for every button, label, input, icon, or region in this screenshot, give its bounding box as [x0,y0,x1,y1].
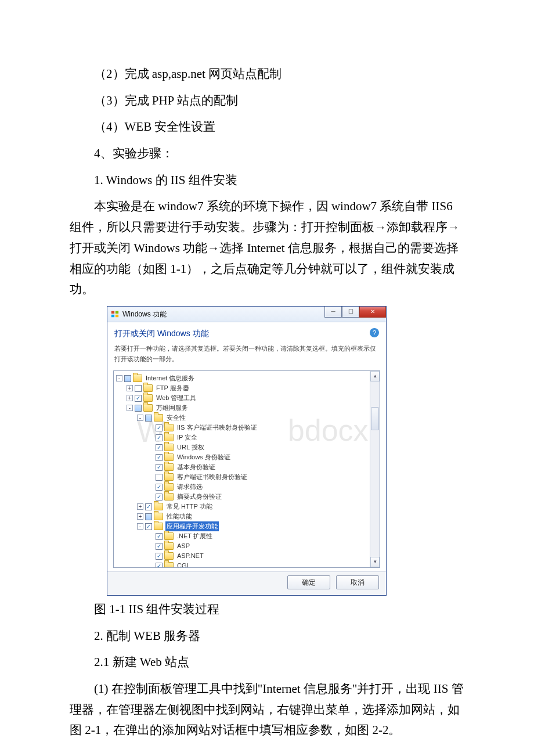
tree-node[interactable]: +常见 HTTP 功能 [115,502,378,512]
tree-node-label[interactable]: IIS 客户端证书映射身份验证 [176,423,258,433]
tree-node-label[interactable]: Web 管理工具 [155,393,197,403]
checkbox[interactable] [145,415,152,422]
tree-node[interactable]: -应用程序开发功能 [115,521,378,531]
folder-icon [164,463,174,471]
checkbox[interactable] [135,385,142,392]
tree-node[interactable]: ASP [115,541,378,551]
folder-icon [154,414,163,422]
tree-node[interactable]: +性能功能 [115,512,378,521]
scroll-thumb[interactable] [371,407,379,430]
tree-node[interactable]: CGI [115,561,378,568]
checkbox[interactable] [156,454,163,461]
paragraph: 4、实验步骤： [70,143,464,164]
expand-icon[interactable]: - [127,405,133,411]
checkbox[interactable] [156,563,163,568]
tree-node-label[interactable]: 请求筛选 [176,482,204,492]
tree-node-label[interactable]: 常见 HTTP 功能 [165,502,214,512]
tree-node-label[interactable]: 性能功能 [165,512,193,521]
tree-node-label[interactable]: 客户端证书映射身份验证 [176,472,248,482]
tree-node[interactable]: .NET 扩展性 [115,531,378,541]
tree-node-label[interactable]: ASP.NET [176,551,205,561]
checkbox[interactable] [156,474,163,481]
tree-node[interactable]: -Internet 信息服务 [115,373,378,383]
checkbox[interactable] [156,494,163,501]
paragraph: (1) 在控制面板管理工具中找到"Internet 信息服务"并打开，出现 II… [70,679,464,741]
svg-rect-3 [116,315,118,317]
checkbox[interactable] [156,434,163,441]
help-icon[interactable]: ? [370,328,379,337]
tree-node[interactable]: 客户端证书映射身份验证 [115,472,378,482]
tree-node[interactable]: IIS 客户端证书映射身份验证 [115,423,378,433]
tree-node[interactable]: URL 授权 [115,442,378,452]
scroll-up-icon[interactable]: ▴ [370,371,380,381]
dialog-titlebar[interactable]: Windows 功能 ─ ☐ ✕ [107,307,386,322]
tree-node-label[interactable]: 基本身份验证 [176,462,217,472]
paragraph: （3）完成 PHP 站点的配制 [70,91,464,111]
expand-icon[interactable]: + [137,513,143,520]
tree-node[interactable]: -安全性 [115,413,378,423]
checkbox[interactable] [156,484,163,491]
cancel-button[interactable]: 取消 [336,575,379,589]
tree-node-label[interactable]: Windows 身份验证 [176,452,232,462]
checkbox[interactable] [135,405,142,412]
folder-icon [143,404,153,412]
expand-icon[interactable]: + [127,385,133,391]
folder-icon [164,424,174,431]
tree-node-label[interactable]: CGI [176,561,190,568]
tree-node[interactable]: 摘要式身份验证 [115,492,378,502]
checkbox[interactable] [145,523,152,530]
tree-node-label[interactable]: URL 授权 [176,442,205,452]
paragraph: 本实验是在 window7 系统的环境下操作，因 window7 系统自带 II… [70,196,464,300]
scrollbar[interactable]: ▴ ▾ [370,371,380,567]
expand-icon[interactable]: - [137,415,143,421]
maximize-button[interactable]: ☐ [342,307,359,318]
tree-node-label[interactable]: Internet 信息服务 [145,373,196,383]
expand-icon [147,543,154,549]
ok-button[interactable]: 确定 [287,575,330,589]
tree-node-label[interactable]: IP 安全 [176,433,199,442]
expand-icon [147,533,154,539]
expand-icon[interactable]: - [137,523,143,530]
dialog-header: ? 打开或关闭 Windows 功能 若要打开一种功能，请选择其复选框。若要关闭… [107,322,386,368]
folder-icon [143,384,153,392]
tree-node[interactable]: 基本身份验证 [115,462,378,472]
checkbox[interactable] [135,395,142,402]
checkbox[interactable] [124,375,131,382]
checkbox[interactable] [145,503,152,510]
tree-node[interactable]: +Web 管理工具 [115,393,378,403]
tree-node[interactable]: +FTP 服务器 [115,383,378,393]
expand-icon[interactable]: + [127,395,133,401]
checkbox[interactable] [156,444,163,451]
checkbox[interactable] [156,533,163,540]
tree-node-label[interactable]: 摘要式身份验证 [176,492,223,502]
tree-node[interactable]: Windows 身份验证 [115,452,378,462]
checkbox[interactable] [156,424,163,431]
dialog-button-row: 确定 取消 [107,571,386,595]
tree-node[interactable]: 请求筛选 [115,482,378,492]
checkbox[interactable] [156,464,163,471]
tree-node-label[interactable]: 万维网服务 [155,403,189,413]
tree-node-label[interactable]: ASP [176,541,191,551]
tree-node[interactable]: -万维网服务 [115,403,378,413]
expand-icon [147,434,154,441]
expand-icon [147,484,154,490]
scroll-down-icon[interactable]: ▾ [370,557,380,567]
folder-icon [164,434,174,441]
tree-node[interactable]: IP 安全 [115,433,378,442]
tree-node-label[interactable]: FTP 服务器 [155,383,190,393]
checkbox[interactable] [156,543,163,550]
features-tree[interactable]: W bdocx.co -Internet 信息服务+FTP 服务器+Web 管理… [113,370,380,568]
tree-node-label[interactable]: 安全性 [165,413,187,423]
tree-node[interactable]: ASP.NET [115,551,378,561]
folder-icon [154,503,163,510]
checkbox[interactable] [145,513,152,520]
svg-rect-2 [111,315,114,317]
svg-rect-0 [111,311,114,314]
minimize-button[interactable]: ─ [324,307,342,318]
tree-node-label[interactable]: .NET 扩展性 [176,531,214,541]
tree-node-label[interactable]: 应用程序开发功能 [165,521,219,531]
expand-icon[interactable]: + [137,503,143,510]
close-button[interactable]: ✕ [359,307,386,318]
expand-icon[interactable]: - [116,375,122,381]
checkbox[interactable] [156,553,163,560]
